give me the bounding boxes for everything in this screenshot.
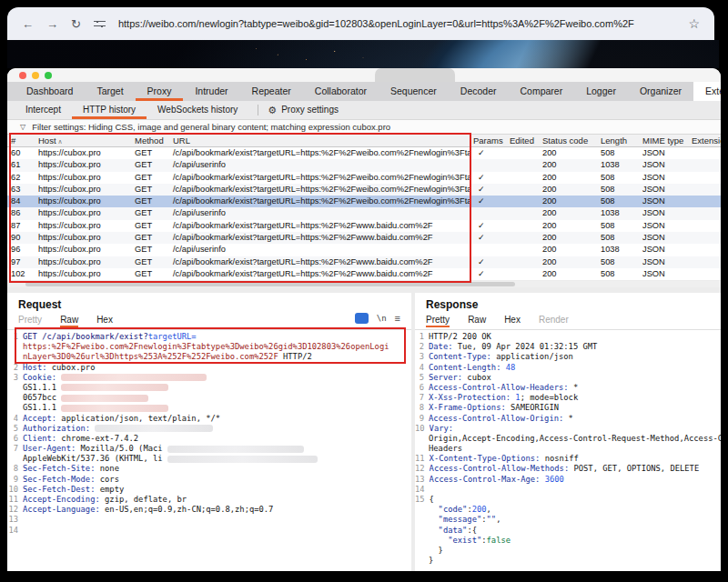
table-row[interactable]: 87https://cubox.proGET/c/api/bookmark/ex… xyxy=(7,220,721,232)
table-cell: JSON xyxy=(639,268,688,280)
table-cell: https://cubox.pro xyxy=(35,207,131,219)
column-header-length[interactable]: Length xyxy=(597,135,639,146)
table-cell xyxy=(506,244,539,256)
request-tab-raw[interactable]: Raw xyxy=(60,315,78,327)
response-viewer[interactable]: 1HTTP/2 200 OK2Date: Tue, 09 Apr 2024 01… xyxy=(415,332,721,571)
table-cell: https://cubox.pro xyxy=(35,244,131,256)
request-tab-hex[interactable]: Hex xyxy=(96,315,113,327)
column-header-edited[interactable]: Edited xyxy=(506,135,539,146)
tab-target[interactable]: Target xyxy=(85,82,135,101)
scrollbar-thumb[interactable] xyxy=(25,282,515,286)
table-row[interactable]: 61https://cubox.proGET/c/api/userinfo200… xyxy=(7,159,721,171)
code-line: Origin,Accept-Encoding,Access-Control-Re… xyxy=(415,434,721,444)
line-number: 9 xyxy=(7,475,23,485)
reload-icon[interactable]: ↻ xyxy=(71,18,81,30)
code-line: 12Access-Control-Allow-Methods: POST, GE… xyxy=(415,464,721,474)
line-number xyxy=(415,505,429,515)
zoom-button[interactable] xyxy=(45,72,52,79)
response-tab-raw[interactable]: Raw xyxy=(468,315,486,327)
table-cell xyxy=(470,244,506,256)
table-cell: 508 xyxy=(597,184,639,196)
search-icon[interactable] xyxy=(355,313,369,324)
tab-decoder[interactable]: Decoder xyxy=(449,82,509,101)
table-row[interactable]: 63https://cubox.proGET/c/api/bookmark/ex… xyxy=(7,184,721,196)
request-tab-pretty[interactable]: Pretty xyxy=(18,315,42,327)
table-cell: JSON xyxy=(639,244,688,256)
table-cell: /c/api/bookmark/exist?targetURL=https:%2… xyxy=(169,268,470,280)
browser-toolbar: ← → ↻ https://weibo.com/newlogin?tabtype… xyxy=(7,7,714,40)
line-number xyxy=(7,393,23,403)
table-row[interactable]: 90https://cubox.proGET/c/api/bookmark/ex… xyxy=(7,232,721,244)
response-tab-pretty[interactable]: Pretty xyxy=(426,315,450,327)
redacted-text xyxy=(95,425,213,432)
tab-collaborator[interactable]: Collaborator xyxy=(303,82,379,101)
code-line: "code":200, xyxy=(415,505,721,515)
line-number: 4 xyxy=(7,414,23,424)
code-line: 6Client: chrome-ext-7.4.2 xyxy=(7,434,411,444)
table-row[interactable]: 102https://cubox.proGET/c/api/bookmark/e… xyxy=(7,268,721,280)
table-cell: /c/api/bookmark/exist?targetURL=https:%2… xyxy=(169,147,470,159)
tab-extensions[interactable]: Extensions xyxy=(693,82,721,101)
table-cell: 508 xyxy=(597,232,639,244)
minimize-button[interactable] xyxy=(32,72,39,79)
proxy-settings-button[interactable]: Proxy settings xyxy=(281,101,339,119)
table-cell: 63 xyxy=(7,184,35,196)
menu-icon[interactable]: ≡ xyxy=(395,313,400,324)
tab-comparer[interactable]: Comparer xyxy=(509,82,575,101)
table-cell xyxy=(688,172,721,184)
close-button[interactable] xyxy=(19,72,26,79)
table-cell: https://cubox.pro xyxy=(35,172,131,184)
table-row[interactable]: 62https://cubox.proGET/c/api/bookmark/ex… xyxy=(7,172,721,184)
back-icon[interactable]: ← xyxy=(22,18,34,30)
tab-sequencer[interactable]: Sequencer xyxy=(379,82,449,101)
table-cell: 86 xyxy=(7,207,35,219)
table-cell xyxy=(688,159,721,171)
column-header-mime-type[interactable]: MIME type xyxy=(639,135,688,146)
column-header-extension[interactable]: Extension xyxy=(688,135,721,146)
column-header-host[interactable]: Host ∧ xyxy=(35,135,131,146)
column-header-method[interactable]: Method xyxy=(131,135,169,146)
newline-toggle-icon[interactable]: \n xyxy=(377,314,387,323)
tab-intruder[interactable]: Intruder xyxy=(183,82,239,101)
site-settings-icon[interactable] xyxy=(94,19,106,29)
column-header-url[interactable]: URL xyxy=(169,135,470,146)
bookmark-star-icon[interactable]: ☆ xyxy=(688,16,700,31)
table-cell: 60 xyxy=(7,147,35,159)
table-cell: 87 xyxy=(7,220,35,232)
table-cell xyxy=(506,207,539,219)
table-row[interactable]: 96https://cubox.proGET/c/api/userinfo200… xyxy=(7,244,721,256)
response-tab-render[interactable]: Render xyxy=(539,315,569,327)
code-line: 8Sec-Fetch-Site: none xyxy=(7,464,411,474)
horizontal-scrollbar[interactable] xyxy=(7,281,721,287)
table-row[interactable]: 84https://cubox.proGET/c/api/bookmark/ex… xyxy=(7,196,721,207)
tab-dashboard[interactable]: Dashboard xyxy=(15,82,85,101)
redacted-text xyxy=(61,405,168,412)
table-row[interactable]: 60https://cubox.proGET/c/api/bookmark/ex… xyxy=(7,147,721,159)
table-row[interactable]: 86https://cubox.proGET/c/api/userinfo200… xyxy=(7,207,721,219)
table-row[interactable]: 97https://cubox.proGET/c/api/bookmark/ex… xyxy=(7,256,721,268)
column-header-#[interactable]: # xyxy=(7,135,35,146)
tab-repeater[interactable]: Repeater xyxy=(240,82,303,101)
code-line: "data":{ xyxy=(415,526,721,536)
column-header-params[interactable]: Params xyxy=(470,135,506,146)
table-cell xyxy=(688,220,721,232)
forward-icon[interactable]: → xyxy=(46,18,58,30)
subtab-http-history[interactable]: HTTP history xyxy=(72,101,147,119)
table-cell: https://cubox.pro xyxy=(35,268,131,280)
line-number: 10 xyxy=(415,424,430,434)
response-tab-hex[interactable]: Hex xyxy=(504,315,521,327)
column-header-status-code[interactable]: Status code xyxy=(539,135,597,146)
table-cell: 97 xyxy=(7,256,35,268)
tab-organizer[interactable]: Organizer xyxy=(628,82,693,101)
address-bar[interactable]: https://weibo.com/newlogin?tabtype=weibo… xyxy=(118,18,676,29)
subtab-websockets-history[interactable]: WebSockets history xyxy=(147,101,248,119)
line-number xyxy=(7,403,23,413)
tab-logger[interactable]: Logger xyxy=(574,82,628,101)
tab-proxy[interactable]: Proxy xyxy=(136,82,184,101)
table-cell: 508 xyxy=(597,147,639,159)
subtab-intercept[interactable]: Intercept xyxy=(15,101,72,119)
table-cell xyxy=(506,268,539,280)
table-cell: 508 xyxy=(597,172,639,184)
filter-settings-bar[interactable]: ▽ Filter settings: Hiding CSS, image and… xyxy=(7,119,721,135)
request-editor[interactable]: 1GET /c/api/bookmark/exist?targetURL=htt… xyxy=(7,332,411,571)
